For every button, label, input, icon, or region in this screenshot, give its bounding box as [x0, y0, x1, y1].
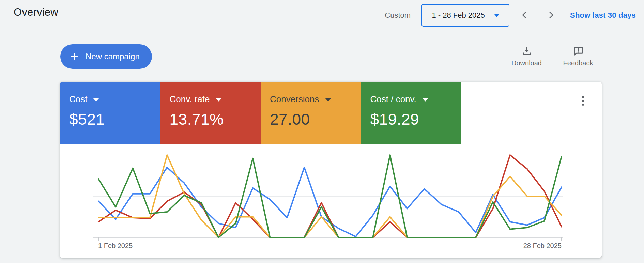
panel-actions: Download Feedback [505, 45, 599, 67]
feedback-button[interactable]: Feedback [557, 45, 599, 67]
chevron-down-icon [494, 14, 499, 17]
more-vert-icon [582, 96, 584, 98]
scorecards: Cost $521 Conv. rate 13.71% Conversions … [60, 82, 602, 144]
scorecard-value: $521 [69, 110, 160, 128]
more-options-button[interactable] [576, 93, 591, 109]
date-controls: Custom 1 - 28 Feb 2025 Show last 30 days [385, 4, 636, 27]
scorecard-label: Conversions [270, 94, 319, 105]
download-label: Download [511, 59, 542, 67]
date-range-value: 1 - 28 Feb 2025 [432, 11, 485, 20]
scorecard-value: 13.71% [170, 110, 261, 128]
new-campaign-label: New campaign [86, 52, 140, 61]
chevron-down-icon[interactable] [325, 98, 331, 102]
chevron-down-icon[interactable] [216, 98, 222, 102]
chevron-left-icon [519, 10, 530, 21]
show-last-30-days-link[interactable]: Show last 30 days [570, 11, 636, 20]
scorecard-label: Cost [69, 94, 87, 105]
scorecard-conv-rate[interactable]: Conv. rate 13.71% [160, 82, 261, 144]
scorecard-label: Conv. rate [170, 94, 210, 105]
download-icon [521, 45, 533, 57]
feedback-label: Feedback [563, 59, 593, 67]
download-button[interactable]: Download [505, 45, 548, 67]
x-axis-start-label: 1 Feb 2025 [98, 242, 133, 250]
scorecard-value: 27.00 [270, 110, 361, 128]
custom-range-label: Custom [385, 11, 411, 20]
date-range-picker[interactable]: 1 - 28 Feb 2025 [421, 4, 509, 27]
scorecard-value: $19.29 [370, 110, 462, 128]
x-axis-end-label: 28 Feb 2025 [523, 242, 562, 250]
scorecard-conversions[interactable]: Conversions 27.00 [261, 82, 361, 144]
scorecard-cost-per-conv[interactable]: Cost / conv. $19.29 [361, 82, 462, 144]
scorecard-label: Cost / conv. [370, 94, 416, 105]
overview-panel: Cost $521 Conv. rate 13.71% Conversions … [60, 82, 602, 258]
scorecard-cost[interactable]: Cost $521 [60, 82, 160, 144]
chevron-down-icon[interactable] [93, 98, 99, 102]
page-title: Overview [14, 6, 58, 18]
new-campaign-button[interactable]: New campaign [60, 44, 152, 69]
next-period-button[interactable] [546, 10, 556, 21]
previous-period-button[interactable] [519, 10, 530, 21]
performance-line-chart[interactable] [85, 146, 569, 259]
feedback-icon [572, 45, 584, 57]
chevron-down-icon[interactable] [422, 98, 428, 102]
chevron-right-icon [546, 10, 556, 21]
plus-icon [69, 51, 79, 62]
